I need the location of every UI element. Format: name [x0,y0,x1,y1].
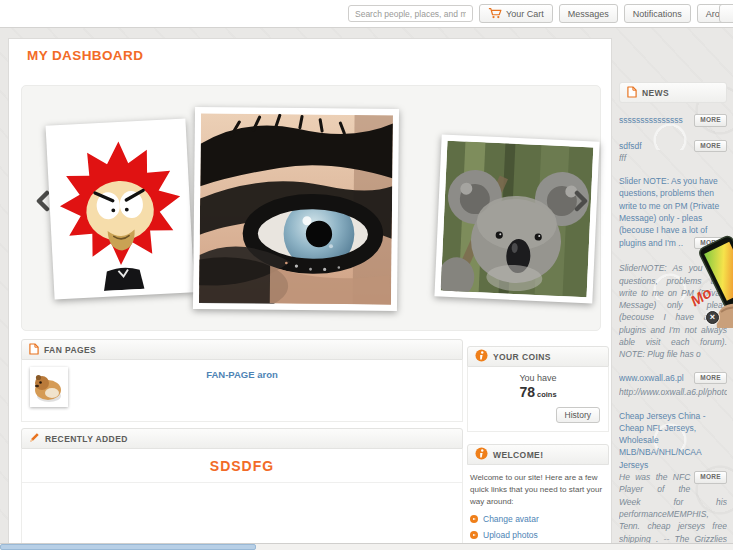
more-button[interactable]: MORE [694,114,727,127]
history-button[interactable]: History [556,407,600,423]
welcome-header: WELCOME! [467,444,609,465]
info-icon [475,447,488,462]
horizontal-scrollbar-thumb[interactable] [0,544,256,550]
clipped-toolbar-button[interactable] [719,4,733,23]
messages-label: Messages [568,9,609,19]
news-item: MORE www.oxwall.a6.pl http://www.oxwall.… [619,372,727,399]
info-icon [475,349,488,364]
news-item-excerpt: fff [619,152,727,164]
bullet-arrow-icon [470,531,478,539]
photo-slider [21,85,601,331]
welcome-link-label[interactable]: Change avatar [483,514,539,524]
cart-button[interactable]: Your Cart [479,4,553,23]
fan-pages-body: FAN-PAGE aron [21,360,463,422]
coins-text: You have [476,373,600,383]
welcome-title: WELCOME! [493,450,543,460]
recently-added-body: SDSDFG [21,449,463,550]
slider-photo-eye[interactable] [193,107,399,311]
more-button[interactable]: MORE [694,471,727,484]
slider-photo-koala[interactable] [434,134,599,303]
notifications-label: Notifications [633,9,682,19]
bullet-arrow-icon [470,515,478,523]
slider-prev-arrow-icon[interactable] [34,190,50,212]
your-coins-body: You have 78coins History [467,367,609,432]
more-button[interactable]: MORE [694,140,727,153]
welcome-widget: WELCOME! Welcome to our site! Here are a… [467,444,609,550]
main-panel: MY DASHBOARD [8,38,612,550]
fan-pages-header: FAN PAGES [21,339,463,360]
search-input[interactable] [348,5,473,22]
news-item-excerpt-text: He was the NFC Player of the Week for hi… [619,472,727,550]
right-column: YOUR COINS You have 78coins History [467,346,609,550]
your-coins-title: YOUR COINS [493,352,551,362]
news-item: MORE sdfsdf fff [619,140,727,165]
news-item-link[interactable]: Cheap Jerseys China - Cheap NFL Jerseys,… [619,411,705,470]
topbar: Your Cart Messages Notifications Aron Ad… [0,0,733,28]
page-icon [29,343,39,357]
ad-banner[interactable]: Mo × [678,232,733,344]
fan-pages-title: FAN PAGES [44,345,96,355]
welcome-intro-text: Welcome to our site! Here are a few quic… [470,472,606,508]
pencil-icon [29,432,40,445]
page-title: MY DASHBOARD [27,48,143,63]
fan-pages-widget: FAN PAGES [21,339,463,422]
welcome-link-upload-photos[interactable]: Upload photos [470,530,606,540]
recently-added-item-link[interactable]: SDSDFG [22,449,462,483]
welcome-link-label[interactable]: Upload photos [483,530,538,540]
news-item-link[interactable]: sssssssssssssss [619,115,683,125]
coins-unit: coins [537,390,557,399]
dashboard-page: Your Cart Messages Notifications Aron Ad… [0,0,733,550]
recently-added-widget: RECENTLY ADDED SDSDFG [21,428,463,550]
your-coins-header: YOUR COINS [467,346,609,367]
cart-label: Your Cart [506,9,544,19]
news-item: Cheap Jerseys China - Cheap NFL Jerseys,… [619,410,727,550]
fan-page-avatar[interactable] [30,367,68,407]
more-button[interactable]: MORE [694,372,727,385]
left-column: FAN PAGES [21,339,463,550]
coins-amount-row: 78coins [476,384,600,400]
news-item-link[interactable]: www.oxwall.a6.pl [619,373,684,383]
recently-added-empty-area [22,483,462,550]
page-icon [627,86,637,100]
your-coins-widget: YOUR COINS You have 78coins History [467,346,609,432]
news-title: NEWS [642,88,669,98]
messages-button[interactable]: Messages [559,4,618,23]
notifications-button[interactable]: Notifications [624,4,691,23]
news-item-excerpt: http://www.oxwall.a6.pl/photo/w/138 [619,384,727,399]
news-header: NEWS [619,82,727,103]
welcome-body: Welcome to our site! Here are a few quic… [467,465,609,550]
welcome-link-change-avatar[interactable]: Change avatar [470,514,606,524]
horizontal-scrollbar-track[interactable] [0,543,733,550]
recently-added-title: RECENTLY ADDED [45,434,128,444]
cart-icon [488,7,502,21]
slider-photo-cartoon[interactable] [46,118,195,299]
fan-page-link[interactable]: FAN-PAGE aron [22,360,462,380]
ad-close-icon[interactable]: × [706,311,719,324]
news-item: MORE sssssssssssssss [619,114,727,129]
news-item-link[interactable]: sdfsdf [619,141,642,151]
slider-next-arrow-icon[interactable] [574,190,590,212]
news-item-excerpt: MOREHe was the NFC Player of the Week fo… [619,471,727,550]
coins-amount: 78 [519,384,535,400]
recently-added-header: RECENTLY ADDED [21,428,463,449]
